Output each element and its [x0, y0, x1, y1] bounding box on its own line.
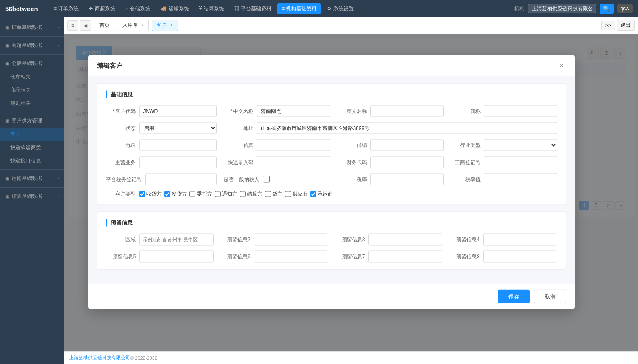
nav-transport[interactable]: 🚚 运输系统	[156, 3, 193, 14]
sidebar-item-shop-data[interactable]: ▦ 商超基础数据 ›	[0, 38, 64, 52]
dialog-close-button[interactable]: ×	[557, 61, 567, 70]
customer-code-input[interactable]	[139, 105, 217, 117]
cn-name-input[interactable]	[257, 105, 330, 117]
sidebar-item-warehouse-related[interactable]: 仓库相关	[0, 70, 64, 84]
tab-back-button[interactable]: ◀	[80, 20, 91, 31]
save-button[interactable]: 保存	[498, 290, 530, 303]
industry-select[interactable]	[484, 139, 557, 151]
sub-right-controls: >> 退出	[601, 20, 635, 31]
info3-label: 预留信息3	[335, 236, 365, 243]
tax-reg-input[interactable]	[145, 173, 217, 185]
info7-input[interactable]	[368, 251, 443, 263]
sidebar-item-express-carrier[interactable]: 快递承运商类	[0, 141, 64, 154]
billing-label: 结算方	[247, 191, 262, 198]
form-item-customer-code: 客户代码	[106, 105, 217, 117]
tax-rate-input[interactable]	[370, 173, 444, 185]
info2-input[interactable]	[254, 234, 329, 246]
sender-checkbox[interactable]	[164, 191, 170, 197]
short-name-input[interactable]	[484, 105, 557, 117]
phone-input[interactable]	[139, 139, 217, 151]
nav-shop[interactable]: ✈ 商超系统	[84, 3, 119, 14]
tab-menu-button[interactable]: ≡	[67, 20, 78, 31]
en-name-input[interactable]	[370, 105, 444, 117]
biz-reg-label: 工商登记号	[451, 159, 481, 166]
sub-header: ≡ ◀ 首页 入库单 × 客户 × >> 退出	[64, 17, 638, 34]
postcode-input[interactable]	[370, 139, 444, 151]
cancel-button[interactable]: 取消	[534, 290, 566, 303]
billing-checkbox[interactable]	[240, 191, 246, 197]
consignor-checkbox[interactable]	[189, 191, 195, 197]
info3-input[interactable]	[368, 234, 443, 246]
checkbox-item-consignor: 委托方	[189, 191, 212, 198]
info4-input[interactable]	[483, 234, 558, 246]
region-label: 区域	[106, 236, 136, 243]
org-search-input[interactable]	[528, 4, 596, 13]
tab-home[interactable]: 首页	[95, 20, 114, 31]
form-item-info5: 预留信息5	[106, 251, 214, 263]
nav-org[interactable]: ≡ 机构基础资料	[277, 3, 321, 14]
region-input[interactable]	[139, 234, 214, 246]
form-item-status: 状态 启用 停用	[106, 122, 217, 134]
chevron-right-icon-2: ›	[58, 43, 59, 48]
nav-warehouse[interactable]: ⌂ 仓储系统	[121, 3, 155, 14]
notify-label: 通知方	[222, 191, 237, 198]
top-navigation: 56between ≡ 订单系统 ✈ 商超系统 ⌂ 仓储系统 🚚 运输系统 ¥ …	[0, 0, 638, 17]
nav-settings[interactable]: ⚙ 系统设置	[323, 3, 358, 14]
address-label: 地址	[224, 124, 253, 132]
biz-reg-input[interactable]	[484, 156, 557, 168]
nav-billing[interactable]: ¥ 结算系统	[195, 3, 228, 14]
sidebar-item-billing-data[interactable]: ▦ 结算基础数据 ›	[0, 189, 64, 203]
main-business-label: 主营业务	[106, 159, 136, 166]
quick-code-input[interactable]	[257, 156, 330, 168]
sidebar-item-customer[interactable]: 客户	[0, 128, 64, 141]
supplier-checkbox[interactable]	[285, 191, 291, 197]
tab-controls: ≡ ◀ 首页 入库单 × 客户 ×	[67, 20, 178, 31]
tax-value-input[interactable]	[484, 173, 557, 185]
org-icon: ≡	[282, 6, 285, 12]
finance-code-input[interactable]	[370, 156, 444, 168]
finance-code-label: 财务代码	[337, 159, 367, 166]
notify-checkbox[interactable]	[215, 191, 221, 197]
nav-platform[interactable]: ▦ 平台基础资料	[230, 3, 276, 14]
sidebar-item-warehouse-data[interactable]: ▦ 仓储基础数据	[0, 56, 64, 70]
tab-inbound-close-icon[interactable]: ×	[141, 22, 144, 28]
sidebar-item-goods-related[interactable]: 商品相关	[0, 84, 64, 97]
tab-customer[interactable]: 客户 ×	[152, 20, 178, 31]
info5-input[interactable]	[139, 251, 214, 263]
fax-input[interactable]	[257, 139, 330, 151]
checkbox-item-notify: 通知方	[215, 191, 237, 198]
footer-company-link[interactable]: 上海芸柚供应链科技有限公司	[69, 355, 130, 361]
page-footer: 上海芸柚供应链科技有限公司 © 2022-2032	[64, 351, 638, 364]
sidebar-item-customer-supplier[interactable]: ▦ 客户供方管理	[0, 114, 64, 128]
general-taxpayer-checkbox[interactable]	[263, 176, 270, 183]
sidebar-item-express-interface[interactable]: 快递接口信息	[0, 154, 64, 168]
divider-3	[0, 112, 64, 112]
cargo-owner-checkbox[interactable]	[265, 191, 271, 197]
brand-logo: 56between	[5, 5, 44, 12]
org-search-button[interactable]: 🔍	[600, 4, 614, 14]
address-input[interactable]	[257, 122, 557, 134]
divider	[0, 36, 64, 37]
form-item-customer-type: 客户类型 收货方 发货方 委托方	[106, 191, 557, 198]
info6-input[interactable]	[254, 251, 329, 263]
user-tag: qsw	[617, 4, 633, 13]
checkbox-item-sender: 发货方	[164, 191, 187, 198]
customer-type-label: 客户类型	[106, 191, 136, 198]
tab-inbound[interactable]: 入库单 ×	[118, 20, 149, 31]
customer-type-checkboxes: 收货方 发货方 委托方 通知方	[139, 191, 333, 198]
status-select[interactable]: 启用 停用	[139, 122, 217, 134]
sidebar-item-order-data[interactable]: ▦ 订单基础数据 ›	[0, 20, 64, 35]
main-business-input[interactable]	[139, 156, 217, 168]
receiver-checkbox[interactable]	[139, 191, 145, 197]
basic-info-title: 基础信息	[106, 91, 557, 98]
carrier-checkbox[interactable]	[310, 191, 316, 197]
tab-customer-close-icon[interactable]: ×	[170, 22, 173, 28]
logout-button[interactable]: 退出	[617, 20, 635, 31]
nav-order[interactable]: ≡ 订单系统	[50, 3, 83, 14]
forward-button[interactable]: >>	[601, 21, 615, 30]
sidebar-item-rules-related[interactable]: 规则相关	[0, 97, 64, 110]
form-item-info6: 预留信息6	[221, 251, 329, 263]
info8-input[interactable]	[483, 251, 558, 263]
sidebar-item-transport-data[interactable]: ▦ 运输基础数据 ›	[0, 171, 64, 185]
form-item-industry: 行业类型	[451, 139, 557, 151]
